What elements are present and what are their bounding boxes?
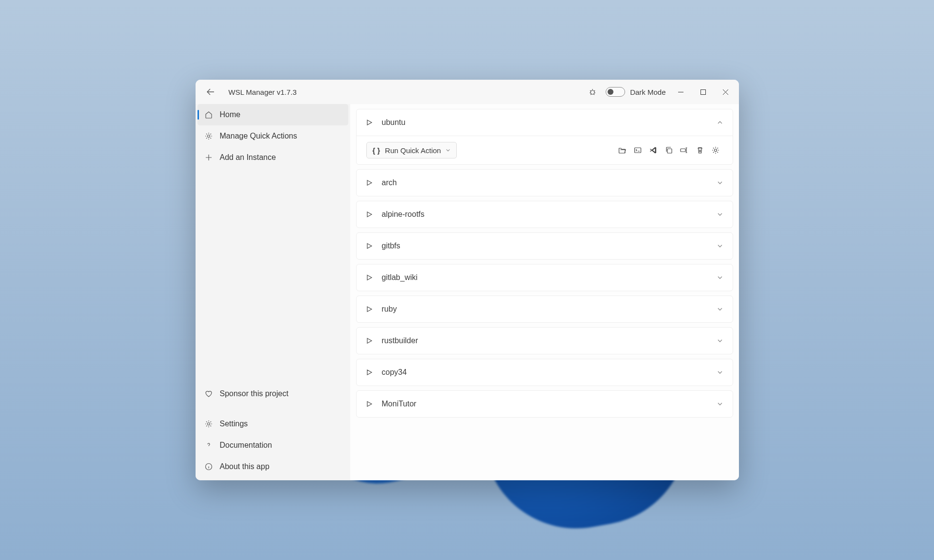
titlebar: WSL Manager v1.7.3 Dark Mode — [196, 80, 739, 104]
sidebar-item-label: About this app — [220, 462, 269, 471]
app-window: WSL Manager v1.7.3 Dark Mode — [196, 80, 739, 480]
instance-header[interactable]: ubuntu — [357, 109, 733, 136]
sidebar-item-manage-quick-actions[interactable]: Manage Quick Actions — [196, 125, 350, 147]
quick-action-label: Run Quick Action — [385, 146, 441, 155]
instance-name: MoniTutor — [382, 400, 717, 408]
sidebar: Home Manage Quick Actions Add an Instanc… — [196, 104, 350, 480]
heart-icon — [204, 389, 213, 398]
question-icon — [204, 441, 213, 450]
sidebar-item-label: Home — [220, 110, 241, 119]
play-icon[interactable] — [366, 180, 372, 186]
svg-rect-1 — [701, 89, 706, 94]
svg-point-3 — [207, 423, 210, 425]
svg-rect-6 — [667, 149, 672, 153]
dark-mode-label: Dark Mode — [630, 88, 665, 96]
bug-report-button[interactable] — [584, 84, 601, 100]
instance-header[interactable]: gitbfs — [357, 233, 733, 259]
gear-icon — [204, 420, 213, 428]
instance-name: rustbuilder — [382, 336, 717, 345]
window-close[interactable] — [715, 80, 737, 104]
chevron-down-icon — [717, 338, 723, 344]
instance-card: rustbuilder — [356, 327, 733, 354]
instance-name: copy34 — [382, 368, 717, 377]
chevron-down-icon — [717, 275, 723, 280]
dark-mode-toggle[interactable] — [606, 87, 625, 97]
sidebar-item-documentation[interactable]: Documentation — [196, 435, 350, 456]
back-button[interactable] — [202, 84, 219, 100]
instance-card: ubuntu { } Run Quick Action — [356, 109, 733, 165]
chevron-down-icon — [717, 243, 723, 249]
instance-header[interactable]: gitlab_wiki — [357, 264, 733, 291]
instance-card: ruby — [356, 296, 733, 323]
sidebar-item-home[interactable]: Home — [198, 104, 348, 125]
svg-point-8 — [714, 149, 717, 152]
instance-name: ruby — [382, 305, 717, 314]
chevron-down-icon — [717, 306, 723, 312]
open-folder-button[interactable] — [615, 143, 629, 158]
svg-rect-7 — [681, 149, 685, 152]
open-terminal-button[interactable] — [630, 143, 645, 158]
window-minimize[interactable] — [670, 80, 692, 104]
sidebar-item-sponsor[interactable]: Sponsor this project — [196, 383, 350, 404]
instance-name: gitbfs — [382, 242, 717, 250]
instance-card: alpine-rootfs — [356, 201, 733, 228]
braces-icon: { } — [373, 146, 380, 155]
rename-button[interactable] — [677, 143, 692, 158]
play-icon[interactable] — [366, 306, 372, 312]
instance-header[interactable]: copy34 — [357, 359, 733, 385]
instance-name: gitlab_wiki — [382, 273, 717, 282]
instance-card: copy34 — [356, 359, 733, 386]
sidebar-item-label: Sponsor this project — [220, 389, 288, 398]
instance-list: ubuntu { } Run Quick Action — [350, 104, 739, 480]
home-icon — [204, 110, 213, 119]
plus-icon — [204, 153, 213, 162]
instance-card: gitbfs — [356, 232, 733, 260]
svg-rect-5 — [634, 148, 641, 153]
instance-header[interactable]: arch — [357, 170, 733, 196]
sidebar-item-label: Settings — [220, 420, 248, 428]
instance-header[interactable]: rustbuilder — [357, 328, 733, 354]
instance-settings-button[interactable] — [708, 143, 723, 158]
play-icon[interactable] — [366, 275, 372, 280]
play-icon[interactable] — [366, 120, 372, 125]
instance-header[interactable]: alpine-rootfs — [357, 201, 733, 228]
chevron-down-icon — [717, 401, 723, 407]
chevron-down-icon — [717, 180, 723, 186]
svg-point-0 — [591, 90, 594, 94]
instance-name: alpine-rootfs — [382, 210, 717, 219]
info-icon — [204, 462, 213, 471]
sidebar-item-about[interactable]: About this app — [196, 456, 350, 477]
sidebar-item-label: Add an Instance — [220, 153, 276, 162]
window-body: Home Manage Quick Actions Add an Instanc… — [196, 104, 739, 480]
chevron-down-icon — [446, 148, 450, 153]
play-icon[interactable] — [366, 338, 372, 344]
svg-point-2 — [207, 135, 210, 138]
sidebar-item-add-instance[interactable]: Add an Instance — [196, 147, 350, 168]
window-title: WSL Manager v1.7.3 — [229, 88, 297, 96]
duplicate-button[interactable] — [662, 143, 676, 158]
open-vscode-button[interactable] — [646, 143, 661, 158]
delete-button[interactable] — [693, 143, 707, 158]
window-maximize[interactable] — [692, 80, 715, 104]
instance-detail: { } Run Quick Action — [357, 136, 733, 164]
instance-header[interactable]: ruby — [357, 296, 733, 322]
play-icon[interactable] — [366, 243, 372, 249]
instance-name: arch — [382, 178, 717, 187]
sidebar-item-settings[interactable]: Settings — [196, 413, 350, 435]
play-icon[interactable] — [366, 211, 372, 217]
gear-icon — [204, 132, 213, 140]
chevron-down-icon — [717, 211, 723, 217]
play-icon[interactable] — [366, 401, 372, 407]
sidebar-item-label: Documentation — [220, 441, 272, 450]
instance-header[interactable]: MoniTutor — [357, 391, 733, 417]
sidebar-item-label: Manage Quick Actions — [220, 132, 297, 140]
chevron-down-icon — [717, 369, 723, 375]
chevron-up-icon — [717, 120, 723, 125]
instance-name: ubuntu — [382, 118, 717, 127]
instance-card: arch — [356, 169, 733, 196]
instance-card: gitlab_wiki — [356, 264, 733, 291]
instance-card: MoniTutor — [356, 390, 733, 418]
run-quick-action-button[interactable]: { } Run Quick Action — [366, 142, 457, 158]
play-icon[interactable] — [366, 369, 372, 375]
